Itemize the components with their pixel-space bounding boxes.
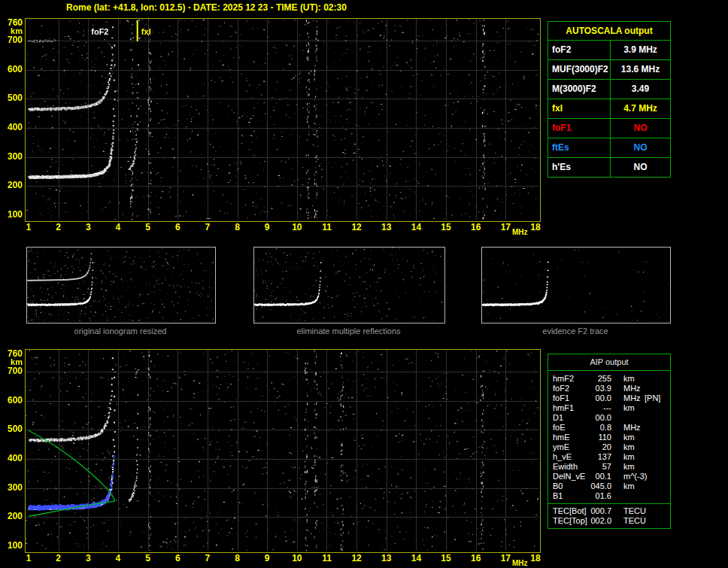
page-title: Rome (lat: +41.8, lon: 012.5) - DATE: 20… <box>66 2 347 13</box>
aip-row-unit: km <box>611 433 645 442</box>
x-axis-tick: 4 <box>109 223 127 232</box>
x-axis-tick: 4 <box>109 554 127 563</box>
aip-row-note <box>645 433 670 442</box>
aip-row-note <box>645 413 670 423</box>
x-axis-tick: 3 <box>79 223 97 232</box>
aip-row-value: 00.0 <box>589 393 611 403</box>
x-axis-tick: 7 <box>199 554 217 563</box>
aip-table-body: hmF2255kmfoF203.9MHzfoF100.0MHz[PN]hmF1-… <box>548 371 670 528</box>
y-axis-tick: 400 <box>2 122 23 132</box>
aip-row-label: B0 <box>548 481 589 491</box>
aip-tec-unit: TECU <box>611 506 645 516</box>
aip-tec-rows: TEC[Bot]000.7TECUTEC[Top]002.0TECU <box>548 503 670 526</box>
aip-row-note <box>645 452 670 462</box>
thumbnail-caption: eliminate multiple reflections <box>253 327 444 336</box>
aip-tec-label: TEC[Bot] <box>548 506 589 516</box>
y-axis-unit: km <box>2 26 23 35</box>
thumbnail-caption: evidence F2 trace <box>481 327 669 336</box>
aip-row-unit: km <box>611 442 645 452</box>
autoscala-row-value: 4.7 MHz <box>611 99 670 118</box>
aip-row: hmF1---km <box>548 403 670 413</box>
aip-row-note <box>645 374 670 384</box>
aip-row-label: foE <box>548 423 589 433</box>
x-axis-tick: 15 <box>437 554 455 563</box>
aip-row-value: 137 <box>589 452 611 462</box>
aip-tec-value: 002.0 <box>589 516 611 526</box>
x-axis-tick: 5 <box>139 223 157 232</box>
autoscala-row-label: h'Es <box>548 158 611 177</box>
x-axis-tick: 2 <box>50 554 68 563</box>
y-axis-unit: km <box>2 357 23 366</box>
x-axis-tick: 14 <box>407 223 425 232</box>
aip-tec-row: TEC[Bot]000.7TECU <box>548 506 670 516</box>
aip-row: ymE20km <box>548 442 670 452</box>
x-axis-tick: 10 <box>288 554 306 563</box>
aip-row-unit: km <box>611 452 645 462</box>
x-axis-tick: 15 <box>437 223 455 232</box>
aip-tec-value: 000.7 <box>589 506 611 516</box>
aip-row-value: 045.0 <box>589 481 611 491</box>
aip-row-label: h_vE <box>548 452 589 462</box>
x-axis-tick: 12 <box>347 554 366 563</box>
thumbnail-evidence-f2 <box>481 247 671 323</box>
autoscala-row: foF1NO <box>548 119 670 138</box>
aip-row-value: 03.9 <box>589 384 611 393</box>
aip-row-value: 255 <box>589 374 611 384</box>
autoscala-row-label: foF2 <box>548 41 611 59</box>
aip-row-label: DelN_vE <box>548 472 589 481</box>
aip-row-value: 57 <box>589 462 611 472</box>
autoscala-row-label: M(3000)F2 <box>548 80 611 99</box>
aip-row-note <box>645 442 670 452</box>
aip-row: foF203.9MHz <box>548 384 670 393</box>
y-axis-tick: 300 <box>2 151 23 162</box>
x-axis-tick: 2 <box>50 223 68 232</box>
aip-row-note <box>645 462 670 472</box>
aip-row-unit: km <box>611 462 645 472</box>
aip-row-note <box>645 403 670 413</box>
autoscala-screen: Rome (lat: +41.8, lon: 012.5) - DATE: 20… <box>0 0 728 568</box>
x-axis-tick: 14 <box>407 554 425 563</box>
thumbnail-eliminate-canvas <box>254 248 443 321</box>
autoscala-row: M(3000)F23.49 <box>548 80 670 99</box>
x-axis-tick: 11 <box>317 223 335 232</box>
autoscala-output-table: AUTOSCALA output foF23.9 MHzMUF(3000)F21… <box>548 21 671 178</box>
aip-row-label: ymE <box>548 442 589 452</box>
aip-tec-unit: TECU <box>611 516 645 526</box>
aip-row-unit: MHz <box>611 393 645 403</box>
aip-row: hmF2255km <box>548 374 670 384</box>
y-axis-tick: 300 <box>2 482 23 493</box>
autoscala-row-value: NO <box>611 158 670 177</box>
aip-row-value: 110 <box>589 433 611 442</box>
autoscala-row-label: fxI <box>548 99 611 118</box>
aip-row-value: --- <box>589 403 611 413</box>
aip-row-note <box>645 491 670 501</box>
aip-row-unit: m^(-3) <box>611 472 645 481</box>
x-axis-tick: 9 <box>258 554 276 563</box>
ionogram-bottom-plot <box>25 349 541 553</box>
autoscala-row: MUF(3000)F213.6 MHz <box>548 60 670 80</box>
autoscala-row: h'EsNO <box>548 158 670 177</box>
aip-row: B0045.0km <box>548 481 670 491</box>
x-axis-tick: 18 <box>526 554 544 563</box>
thumbnail-evidence-canvas <box>482 248 669 321</box>
aip-row-label: foF2 <box>548 384 589 393</box>
x-axis-unit: MHz <box>512 228 528 237</box>
autoscala-table-title: AUTOSCALA output <box>548 22 670 41</box>
aip-row-value: 01.6 <box>589 491 611 501</box>
y-axis-tick: 600 <box>2 395 23 405</box>
y-axis-tick: 500 <box>2 93 23 103</box>
autoscala-table-rows: foF23.9 MHzMUF(3000)F213.6 MHzM(3000)F23… <box>548 41 670 177</box>
aip-row-note <box>645 423 670 433</box>
y-axis-tick: 500 <box>2 424 23 434</box>
x-axis-tick: 1 <box>20 223 38 232</box>
fxi-annotation: fxI <box>141 27 151 36</box>
aip-row: DelN_vE00.1m^(-3) <box>548 472 670 481</box>
y-axis-tick: 200 <box>2 511 23 521</box>
aip-row-label: B1 <box>548 491 589 501</box>
aip-row-label: hmF2 <box>548 374 589 384</box>
aip-tec-row: TEC[Top]002.0TECU <box>548 516 670 526</box>
aip-row-value: 00.0 <box>589 413 611 423</box>
aip-row-note <box>645 472 670 481</box>
aip-row-label: foF1 <box>548 393 589 403</box>
aip-row-unit: MHz <box>611 423 645 433</box>
